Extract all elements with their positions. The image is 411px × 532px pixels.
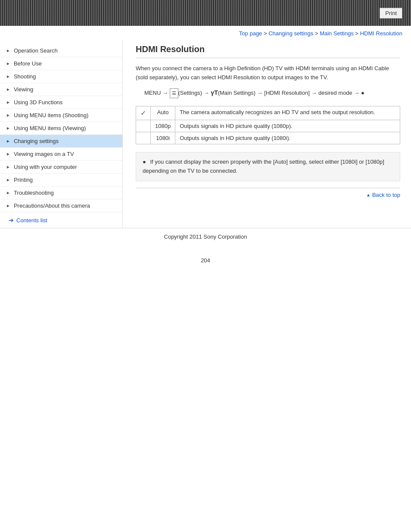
resolution-table: ✓ Auto The camera automatically recogniz… xyxy=(136,106,400,144)
note-text: If you cannot display the screen properl… xyxy=(143,159,384,174)
table-cell-icon: ✓ xyxy=(136,106,151,120)
sidebar-item-using-3d[interactable]: ► Using 3D Functions xyxy=(0,96,122,109)
sidebar: ► Operation Search ► Before Use ► Shooti… xyxy=(0,40,123,228)
back-to-top-link[interactable]: ▲ Back to top xyxy=(366,192,400,198)
arrow-icon: ► xyxy=(6,87,10,92)
breadcrumb: Top page > Changing settings > Main Sett… xyxy=(0,26,411,40)
settings-icon: ☰ xyxy=(170,88,178,99)
content-area: HDMI Resolution When you connect the cam… xyxy=(123,40,411,228)
sidebar-item-before-use[interactable]: ► Before Use xyxy=(0,57,122,70)
table-cell-desc-auto: The camera automatically recognizes an H… xyxy=(175,106,400,120)
sidebar-item-viewing[interactable]: ► Viewing xyxy=(0,83,122,96)
back-to-top-label: Back to top xyxy=(372,192,400,198)
breadcrumb-main-settings[interactable]: Main Settings xyxy=(320,30,354,37)
arrow-icon: ► xyxy=(6,139,10,143)
arrow-icon: ► xyxy=(6,74,10,79)
table-cell-mode-1080i: 1080i xyxy=(151,132,175,144)
page-title: HDMI Resolution xyxy=(136,44,400,58)
table-cell-desc-1080i: Outputs signals in HD picture quality (1… xyxy=(175,132,400,144)
print-button[interactable]: Print xyxy=(380,8,402,19)
sidebar-item-operation-search[interactable]: ► Operation Search xyxy=(0,44,122,57)
table-cell-desc-1080p: Outputs signals in HD picture quality (1… xyxy=(175,120,400,132)
sidebar-item-label: Troubleshooting xyxy=(14,190,54,196)
main-settings-icon: γT xyxy=(211,89,218,96)
breadcrumb-sep1: > xyxy=(264,30,268,37)
contents-list-label: Contents list xyxy=(16,217,47,224)
sidebar-item-label: Using MENU items (Shooting) xyxy=(14,112,88,118)
arrow-icon: ► xyxy=(6,126,10,131)
table-cell-icon xyxy=(136,120,151,132)
bullet-icon: ● xyxy=(143,159,146,165)
arrow-icon: ► xyxy=(6,48,10,53)
table-cell-mode-auto: Auto xyxy=(151,106,175,120)
table-row-1080i: 1080i Outputs signals in HD picture qual… xyxy=(136,132,400,144)
arrow-icon: ► xyxy=(6,61,10,66)
arrow-icon: ► xyxy=(6,152,10,156)
breadcrumb-sep3: > xyxy=(355,30,360,37)
sidebar-item-label: Using 3D Functions xyxy=(14,99,62,106)
page-number: 204 xyxy=(0,257,411,264)
breadcrumb-sep2: > xyxy=(315,30,320,37)
sidebar-item-precautions[interactable]: ► Precautions/About this camera xyxy=(0,199,122,212)
arrow-icon: ► xyxy=(6,177,10,182)
breadcrumb-changing-settings[interactable]: Changing settings xyxy=(268,30,313,37)
sidebar-item-label: Viewing images on a TV xyxy=(14,151,74,157)
breadcrumb-top-page[interactable]: Top page xyxy=(239,30,262,37)
arrow-icon: ► xyxy=(6,100,10,105)
breadcrumb-hdmi-resolution[interactable]: HDMI Resolution xyxy=(360,30,402,37)
sidebar-item-menu-shooting[interactable]: ► Using MENU items (Shooting) xyxy=(0,109,122,122)
footer-row: ▲ Back to top xyxy=(136,188,400,198)
contents-list-link[interactable]: ➔ Contents list xyxy=(0,212,122,228)
arrow-right-icon: ➔ xyxy=(9,217,14,224)
header-stripe: Print xyxy=(0,0,411,26)
main-layout: ► Operation Search ► Before Use ► Shooti… xyxy=(0,40,411,228)
arrow-icon: ► xyxy=(6,113,10,118)
sidebar-item-label: Before Use xyxy=(14,60,42,67)
triangle-up-icon: ▲ xyxy=(366,193,371,197)
arrow-icon: ► xyxy=(6,190,10,195)
sidebar-item-using-computer[interactable]: ► Using with your computer xyxy=(0,161,122,174)
sidebar-item-label: Using with your computer xyxy=(14,164,77,170)
sidebar-item-troubleshooting[interactable]: ► Troubleshooting xyxy=(0,187,122,199)
sidebar-item-label: Viewing xyxy=(14,86,33,93)
table-row-auto: ✓ Auto The camera automatically recogniz… xyxy=(136,106,400,120)
sidebar-item-label: Using MENU items (Viewing) xyxy=(14,125,86,131)
sidebar-item-shooting[interactable]: ► Shooting xyxy=(0,70,122,83)
intro-text: When you connect the camera to a High De… xyxy=(136,64,400,82)
sidebar-item-changing-settings[interactable]: ► Changing settings xyxy=(0,135,122,148)
menu-path: MENU → ☰(Settings) → γT(Main Settings) →… xyxy=(144,87,400,99)
table-cell-mode-1080p: 1080p xyxy=(151,120,175,132)
sidebar-item-label: Precautions/About this camera xyxy=(14,202,90,209)
checkmark-icon: ✓ xyxy=(140,109,146,117)
sidebar-item-label: Changing settings xyxy=(14,138,59,144)
arrow-icon: ► xyxy=(6,165,10,169)
copyright: Copyright 2011 Sony Corporation xyxy=(0,228,411,249)
arrow-icon: ► xyxy=(6,203,10,208)
table-row-1080p: 1080p Outputs signals in HD picture qual… xyxy=(136,120,400,132)
sidebar-item-menu-viewing[interactable]: ► Using MENU items (Viewing) xyxy=(0,122,122,135)
sidebar-item-label: Shooting xyxy=(14,73,36,80)
sidebar-item-viewing-tv[interactable]: ► Viewing images on a TV xyxy=(0,148,122,161)
sidebar-item-label: Printing xyxy=(14,177,33,183)
table-cell-icon xyxy=(136,132,151,144)
sidebar-item-label: Operation Search xyxy=(14,47,58,54)
sidebar-item-printing[interactable]: ► Printing xyxy=(0,174,122,187)
note-box: ● If you cannot display the screen prope… xyxy=(136,152,400,181)
